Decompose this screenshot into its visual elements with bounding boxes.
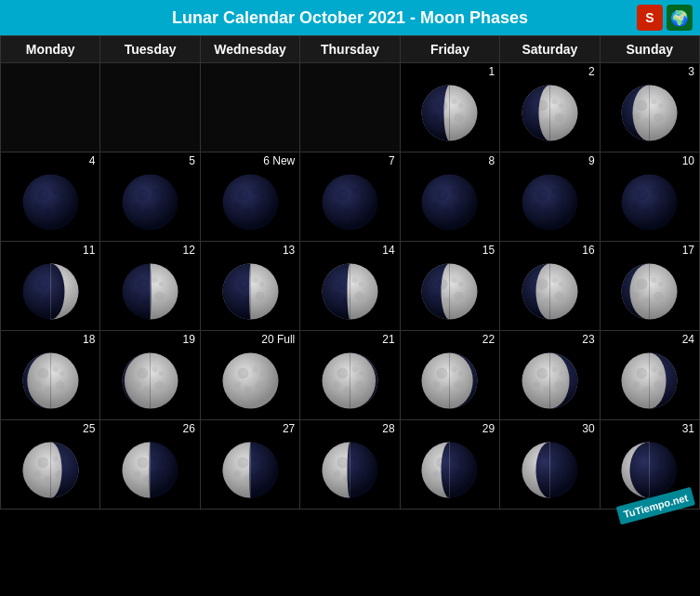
moon-phase	[201, 434, 299, 509]
svg-point-409	[551, 366, 557, 372]
svg-point-317	[159, 371, 164, 376]
svg-point-76	[44, 207, 51, 215]
moon-phase	[1, 345, 99, 419]
calendar-cell: 23	[500, 331, 600, 420]
moon-phase	[401, 77, 499, 152]
moon-phase	[601, 166, 699, 241]
calendar-wrapper: MondayTuesdayWednesdayThursdayFridaySatu…	[0, 35, 700, 510]
svg-point-87	[159, 192, 164, 197]
moon-phase	[100, 166, 199, 241]
svg-point-114	[536, 189, 548, 200]
moon-phase	[401, 166, 499, 241]
calendar-cell: 2	[500, 63, 600, 152]
svg-point-507	[337, 457, 348, 468]
svg-point-444	[34, 470, 41, 477]
svg-point-315	[152, 366, 158, 372]
svg-point-372	[433, 381, 440, 388]
moon-phase	[401, 434, 499, 509]
day-number: 21	[382, 331, 399, 345]
svg-point-110	[433, 203, 440, 209]
svg-point-265	[654, 291, 664, 300]
svg-point-15	[433, 113, 440, 120]
day-header-monday: Monday	[1, 36, 100, 63]
svg-point-108	[443, 207, 451, 215]
day-number: 3	[688, 63, 699, 77]
moon-phase	[601, 77, 699, 152]
svg-point-232	[443, 297, 451, 304]
svg-point-537	[554, 470, 563, 479]
svg-point-90	[237, 189, 248, 200]
svg-point-489	[237, 457, 248, 468]
svg-point-92	[244, 207, 251, 215]
calendar-cell: 8	[401, 152, 500, 242]
calendar-cell: 18	[1, 331, 100, 420]
svg-point-440	[37, 457, 48, 468]
svg-point-493	[234, 470, 241, 477]
svg-point-7	[452, 99, 457, 104]
header-title: Lunar Calendar October 2021 - Moon Phase…	[172, 8, 528, 28]
svg-point-70	[633, 113, 640, 120]
svg-point-475	[134, 470, 140, 477]
svg-point-330	[134, 381, 140, 388]
svg-point-102	[334, 203, 340, 209]
moon-phase	[500, 256, 599, 330]
day-header-thursday: Thursday	[300, 36, 400, 63]
svg-point-86	[134, 203, 140, 209]
moon-phase	[100, 434, 199, 509]
svg-point-359	[354, 380, 363, 390]
globe-icon[interactable]: 🌍	[667, 5, 693, 31]
svg-point-505	[359, 460, 363, 465]
calendar-cell: 25	[1, 420, 100, 510]
svg-point-150	[138, 278, 149, 289]
moon-phase	[100, 345, 199, 419]
svg-point-105	[422, 174, 478, 230]
svg-point-83	[155, 202, 165, 211]
svg-point-118	[534, 203, 540, 209]
calendar-cell: 4	[1, 152, 100, 242]
svg-point-106	[437, 189, 448, 200]
svg-point-107	[455, 202, 464, 211]
calendar-cell: 21	[300, 331, 400, 420]
svg-point-55	[652, 99, 657, 104]
calendar-cell: 1	[401, 63, 500, 152]
svg-point-5	[455, 113, 464, 122]
day-number: 30	[582, 420, 599, 434]
svg-point-122	[637, 189, 648, 200]
s-icon[interactable]: S	[637, 5, 663, 31]
moon-phase	[300, 345, 399, 419]
svg-point-383	[455, 380, 464, 390]
svg-point-123	[654, 202, 664, 211]
svg-point-125	[652, 188, 657, 193]
svg-point-95	[259, 192, 264, 197]
svg-point-241	[554, 291, 563, 300]
svg-point-339	[259, 371, 264, 376]
svg-point-326	[138, 367, 149, 378]
svg-point-243	[551, 277, 557, 283]
svg-point-136	[34, 292, 41, 298]
day-number: 28	[382, 420, 399, 434]
svg-point-539	[551, 456, 557, 461]
calendar-cell: 5	[100, 152, 200, 242]
calendar-cell: 24	[601, 331, 700, 420]
day-number: 29	[482, 420, 499, 434]
svg-point-370	[443, 386, 451, 393]
svg-point-44	[543, 118, 550, 126]
svg-point-79	[59, 192, 64, 197]
svg-point-203	[334, 292, 340, 298]
svg-point-219	[452, 277, 457, 283]
day-number: 9	[588, 152, 600, 166]
svg-point-124	[643, 207, 651, 215]
svg-point-33	[559, 103, 563, 108]
moon-phase	[500, 166, 599, 241]
svg-point-335	[255, 380, 264, 390]
svg-point-126	[633, 203, 640, 209]
svg-point-82	[138, 189, 149, 200]
svg-point-134	[44, 297, 51, 304]
svg-point-485	[252, 456, 258, 461]
svg-point-89	[222, 174, 278, 230]
svg-point-306	[34, 381, 41, 388]
moon-phase	[201, 166, 299, 241]
svg-point-31	[551, 99, 557, 104]
svg-point-199	[337, 278, 348, 289]
svg-point-193	[354, 291, 363, 300]
